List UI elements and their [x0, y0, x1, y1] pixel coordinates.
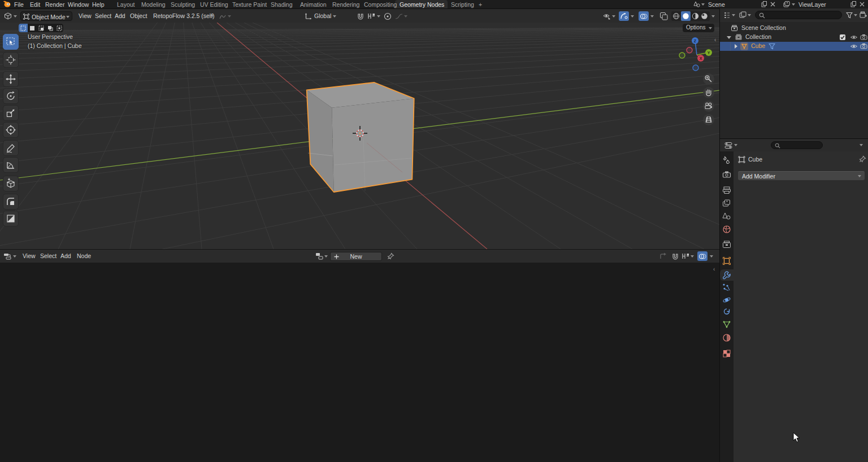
select-mode-intersect[interactable] — [57, 25, 62, 31]
gizmo-axis-neg-x[interactable] — [687, 47, 692, 53]
collection-checkbox[interactable] — [839, 34, 846, 41]
scene-dropdown-chevron[interactable] — [701, 3, 705, 6]
outliner-editor-icon[interactable] — [723, 12, 731, 19]
sidebar-collapse-chevron[interactable]: ‹ — [714, 37, 716, 43]
outliner-editor-chevron[interactable] — [732, 14, 735, 16]
divider-outliner-properties[interactable] — [720, 138, 868, 139]
tab-uv-editing[interactable]: UV Editing — [200, 1, 228, 8]
properties-editor-chevron[interactable] — [734, 144, 737, 146]
add-modifier-dropdown[interactable]: Add Modifier — [738, 171, 865, 180]
view-layer-dropdown-chevron[interactable] — [792, 3, 795, 6]
menu-file[interactable]: File — [14, 1, 24, 8]
properties-tab-object[interactable] — [720, 255, 734, 267]
proportional-falloff-icon[interactable] — [395, 14, 403, 19]
shading-wireframe-icon[interactable] — [672, 12, 680, 20]
object-visibility-chevron[interactable] — [612, 15, 615, 18]
tab-layout[interactable]: Layout — [117, 1, 135, 8]
tool-select-box[interactable] — [3, 34, 19, 50]
add-workspace-button[interactable]: + — [479, 1, 482, 8]
tool-scale[interactable] — [3, 105, 19, 121]
tab-geometry-nodes[interactable]: Geometry Nodes — [400, 1, 444, 8]
tool-transform[interactable] — [3, 122, 19, 138]
node-menu-view[interactable]: View — [23, 252, 36, 259]
gizmo-axis-neg-y[interactable] — [679, 53, 685, 58]
vp-menu-view[interactable]: View — [79, 12, 92, 19]
tab-animation[interactable]: Animation — [300, 1, 327, 8]
show-gizmo-button[interactable] — [619, 11, 629, 21]
node-sidebar-collapse-chevron[interactable]: ‹ — [713, 266, 715, 272]
tab-scripting[interactable]: Scripting — [451, 1, 474, 8]
vp-menu-object[interactable]: Object — [130, 12, 147, 19]
properties-tab-view-layer[interactable] — [720, 198, 734, 209]
select-mode-invert[interactable] — [47, 25, 53, 31]
tab-rendering[interactable]: Rendering — [332, 1, 359, 8]
properties-tab-render[interactable] — [720, 169, 734, 181]
node-menu-node[interactable]: Node — [77, 252, 91, 259]
properties-tab-modifiers[interactable] — [720, 269, 734, 281]
shading-solid-button[interactable] — [681, 11, 691, 21]
fallback-tool-icon[interactable] — [219, 14, 226, 19]
cube-hide-icon[interactable] — [850, 43, 858, 49]
properties-editor-icon[interactable] — [724, 142, 732, 149]
properties-tab-output[interactable] — [720, 185, 734, 196]
shading-material-icon[interactable] — [692, 12, 699, 20]
cube-render-icon[interactable] — [860, 43, 867, 49]
node-snap-magnet-icon[interactable] — [671, 252, 679, 260]
node-snap-chevron[interactable] — [691, 255, 694, 258]
menu-help[interactable]: Help — [92, 1, 105, 8]
xray-toggle-icon[interactable] — [659, 12, 669, 20]
outliner-display-chevron[interactable] — [748, 14, 751, 16]
camera-view-button[interactable] — [703, 101, 714, 112]
editor-type-node-icon[interactable] — [3, 252, 11, 260]
go-to-parent-icon[interactable] — [659, 252, 667, 260]
node-editor-canvas[interactable]: ‹ — [0, 263, 719, 462]
properties-tab-tool[interactable] — [720, 154, 734, 165]
cube-expand-icon[interactable] — [734, 44, 737, 49]
show-gizmo-chevron[interactable] — [631, 15, 634, 18]
scene-unlink-icon[interactable] — [770, 2, 775, 7]
proportional-editing-icon[interactable] — [384, 12, 392, 20]
tab-shading[interactable]: Shading — [271, 1, 293, 8]
properties-tab-particles[interactable] — [720, 282, 734, 293]
orientation-chevron[interactable] — [333, 15, 336, 18]
view-layer-remove-icon[interactable] — [860, 2, 865, 7]
tab-sculpting[interactable]: Sculpting — [171, 1, 195, 8]
tool-move[interactable] — [3, 71, 19, 87]
viewport-3d[interactable]: Z Y X ‹ — [0, 23, 719, 249]
retopoflow-chevron[interactable] — [210, 15, 214, 18]
properties-tab-object-data[interactable] — [720, 319, 734, 330]
vp-menu-add[interactable]: Add — [115, 12, 125, 19]
scene-collection-label[interactable]: Scene Collection — [741, 24, 786, 31]
show-overlays-chevron[interactable] — [650, 15, 654, 18]
select-mode-set[interactable] — [19, 24, 28, 32]
proportional-falloff-chevron[interactable] — [404, 15, 407, 18]
shading-rendered-icon[interactable] — [701, 12, 708, 20]
view-layer-name[interactable]: ViewLayer — [798, 1, 826, 8]
properties-tab-world[interactable] — [720, 224, 734, 235]
menu-render[interactable]: Render — [45, 1, 64, 8]
snap-target-chevron[interactable] — [377, 15, 380, 18]
tool-add-cube[interactable] — [3, 176, 19, 191]
menu-window[interactable]: Window — [68, 1, 89, 8]
scene-new-icon[interactable] — [761, 1, 767, 7]
options-dropdown[interactable]: Options — [683, 24, 714, 32]
properties-tab-collection[interactable] — [720, 239, 734, 250]
view-layer-new-icon[interactable] — [850, 1, 857, 7]
properties-tab-constraints[interactable] — [720, 307, 734, 318]
properties-tab-scene[interactable] — [720, 211, 734, 222]
scene-name[interactable]: Scene — [708, 1, 725, 8]
tool-retopoflow-2[interactable] — [3, 211, 19, 226]
divider-main[interactable] — [719, 8, 720, 462]
new-node-tree-button[interactable]: New — [330, 252, 382, 261]
outliner-search-input[interactable] — [755, 11, 842, 19]
tab-texture-paint[interactable]: Texture Paint — [232, 1, 267, 8]
properties-search-input[interactable] — [771, 141, 823, 149]
node-overlays-button[interactable] — [697, 251, 708, 261]
editor-type-chevron[interactable] — [14, 15, 17, 18]
tab-modeling[interactable]: Modeling — [141, 1, 166, 8]
mode-dropdown[interactable]: Object Mode — [20, 11, 72, 21]
orientation-label[interactable]: Global — [314, 12, 331, 19]
properties-tab-texture[interactable] — [720, 348, 734, 359]
node-editor-type-chevron[interactable] — [13, 255, 16, 258]
editor-type-3d-viewport-icon[interactable] — [4, 12, 12, 20]
